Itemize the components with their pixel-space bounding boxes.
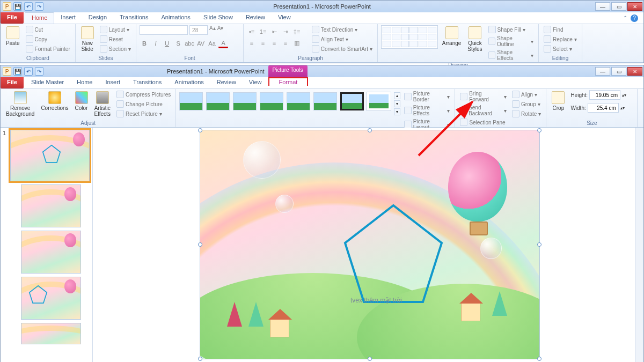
close-button[interactable]: ✕ bbox=[627, 2, 642, 11]
layout-thumbnail-4[interactable] bbox=[21, 323, 81, 344]
tab-insert[interactable]: Insert bbox=[54, 12, 82, 24]
minimize-button[interactable]: — bbox=[595, 2, 610, 11]
spacing-button[interactable]: AV bbox=[196, 39, 206, 48]
paste-button[interactable]: Paste bbox=[4, 25, 22, 47]
close-button-2[interactable]: ✕ bbox=[627, 67, 642, 76]
corrections-button[interactable]: Corrections bbox=[39, 90, 70, 112]
width-input[interactable] bbox=[588, 103, 619, 113]
copy-button[interactable]: Copy bbox=[24, 35, 72, 43]
text-direction-button[interactable]: Text Direction ▾ bbox=[310, 25, 374, 34]
help-icon[interactable]: ? bbox=[631, 14, 638, 22]
reset-picture-button[interactable]: Reset Picture ▾ bbox=[115, 109, 172, 118]
select-button[interactable]: Select ▾ bbox=[542, 45, 579, 53]
tab-file[interactable]: File bbox=[1, 12, 24, 24]
tab-review[interactable]: Review bbox=[239, 12, 272, 24]
remove-bg-button[interactable]: Remove Background bbox=[4, 90, 36, 118]
sel-handle-br[interactable] bbox=[537, 357, 541, 361]
vertical-scrollbar[interactable] bbox=[635, 128, 643, 362]
color-button[interactable]: Color bbox=[73, 90, 90, 112]
tab-view[interactable]: View bbox=[272, 12, 297, 24]
undo-icon[interactable]: ↶ bbox=[24, 2, 33, 11]
artistic-effects-button[interactable]: Artistic Effects bbox=[92, 90, 113, 118]
bullets-icon[interactable]: •≡ bbox=[247, 27, 257, 36]
sel-handle-mr[interactable] bbox=[537, 242, 541, 247]
strike-button[interactable]: S bbox=[173, 39, 183, 48]
height-input[interactable] bbox=[589, 90, 620, 100]
tab-home-2[interactable]: Home bbox=[70, 77, 99, 88]
undo-icon-2[interactable]: ↶ bbox=[24, 67, 33, 76]
tab-home[interactable]: Home bbox=[25, 12, 54, 24]
dec-indent-icon[interactable]: ⇤ bbox=[269, 27, 279, 36]
bring-forward-button[interactable]: Bring Forward ▾ bbox=[458, 90, 508, 103]
columns-icon[interactable]: ▥ bbox=[292, 38, 302, 48]
layout-thumbnail-1[interactable] bbox=[21, 184, 81, 227]
save-icon-2[interactable]: 💾 bbox=[13, 67, 22, 76]
quick-styles-button[interactable]: Quick Styles bbox=[465, 25, 484, 53]
justify-icon[interactable]: ≡ bbox=[281, 38, 290, 48]
sel-handle-tc[interactable] bbox=[368, 128, 372, 132]
crop-button[interactable]: Crop bbox=[550, 90, 567, 112]
find-button[interactable]: Find bbox=[542, 25, 579, 34]
section-button[interactable]: Section ▾ bbox=[98, 45, 133, 53]
slide-thumbnail-1[interactable] bbox=[10, 130, 90, 181]
underline-button[interactable]: U bbox=[162, 39, 172, 48]
inc-indent-icon[interactable]: ⇥ bbox=[281, 27, 290, 36]
cut-button[interactable]: Cut bbox=[24, 25, 72, 34]
tab-slide-master[interactable]: Slide Master bbox=[25, 77, 70, 88]
collapse-ribbon-icon[interactable]: ⌃ bbox=[623, 15, 627, 21]
format-painter-button[interactable]: Format Painter bbox=[24, 45, 72, 53]
rotate-button[interactable]: Rotate ▾ bbox=[510, 109, 543, 118]
tab-animations[interactable]: Animations bbox=[155, 12, 196, 24]
bold-button[interactable]: B bbox=[140, 39, 149, 48]
picture-styles-gallery[interactable]: ▴▾▾ bbox=[179, 90, 400, 115]
layout-thumbnail-2[interactable] bbox=[21, 231, 81, 274]
maximize-button-2[interactable]: ▭ bbox=[611, 67, 626, 76]
align-button[interactable]: Align ▾ bbox=[510, 90, 543, 99]
slide-canvas-area[interactable]: tvex thêm mặt trời bbox=[93, 128, 643, 362]
change-picture-button[interactable]: Change Picture bbox=[115, 100, 172, 108]
new-slide-button[interactable]: New Slide bbox=[79, 25, 96, 53]
align-center-icon[interactable]: ≡ bbox=[258, 38, 268, 48]
shape-effects-button[interactable]: Shape Effects ▾ bbox=[487, 49, 535, 62]
increase-font-icon[interactable]: A▴ bbox=[209, 25, 216, 35]
align-left-icon[interactable]: ≡ bbox=[247, 38, 257, 48]
tab-review-2[interactable]: Review bbox=[210, 77, 243, 88]
sel-handle-tl[interactable] bbox=[198, 128, 202, 132]
font-name-input[interactable] bbox=[140, 25, 188, 35]
selection-pane-button[interactable]: Selection Pane bbox=[458, 118, 508, 127]
case-button[interactable]: Aa bbox=[207, 39, 217, 48]
picture-effects-button[interactable]: Picture Effects ▾ bbox=[402, 104, 451, 117]
decrease-font-icon[interactable]: A▾ bbox=[217, 25, 224, 35]
minimize-button-2[interactable]: — bbox=[595, 67, 610, 76]
font-size-input[interactable] bbox=[189, 25, 208, 35]
align-right-icon[interactable]: ≡ bbox=[269, 38, 279, 48]
width-spinner-icon[interactable]: ▴▾ bbox=[620, 106, 625, 110]
sel-handle-ml[interactable] bbox=[198, 242, 202, 247]
shadow-button[interactable]: abc bbox=[185, 39, 194, 48]
sel-handle-tr[interactable] bbox=[537, 128, 541, 132]
sel-handle-bl[interactable] bbox=[198, 357, 202, 361]
tab-animations-2[interactable]: Animations bbox=[168, 77, 210, 88]
tab-view-2[interactable]: View bbox=[243, 77, 268, 88]
height-spinner-icon[interactable]: ▴▾ bbox=[622, 93, 626, 98]
picture-border-button[interactable]: Picture Border ▾ bbox=[402, 90, 451, 103]
slide-canvas[interactable]: tvex thêm mặt trời bbox=[200, 130, 539, 359]
tab-file-2[interactable]: File bbox=[1, 77, 24, 88]
tab-slideshow[interactable]: Slide Show bbox=[197, 12, 239, 24]
redo-icon-2[interactable]: ↷ bbox=[35, 67, 43, 76]
smartart-button[interactable]: Convert to SmartArt ▾ bbox=[310, 45, 374, 53]
shape-outline-button[interactable]: Shape Outline ▾ bbox=[487, 35, 535, 48]
font-color-button[interactable]: A bbox=[218, 39, 228, 48]
reset-button[interactable]: Reset bbox=[98, 35, 133, 43]
slide-thumbnails-panel[interactable]: 1 bbox=[1, 128, 93, 362]
tab-format[interactable]: Format bbox=[268, 77, 309, 86]
group-button[interactable]: Group ▾ bbox=[510, 100, 543, 108]
italic-button[interactable]: I bbox=[151, 39, 160, 48]
maximize-button[interactable]: ▭ bbox=[611, 2, 626, 11]
sel-handle-bc[interactable] bbox=[368, 357, 372, 361]
gallery-up-icon[interactable]: ▴ bbox=[394, 92, 400, 99]
numbering-icon[interactable]: 1≡ bbox=[258, 27, 268, 36]
redo-icon[interactable]: ↷ bbox=[35, 2, 43, 11]
pentagon-shape[interactable] bbox=[340, 200, 447, 307]
layout-button[interactable]: Layout ▾ bbox=[98, 25, 133, 34]
